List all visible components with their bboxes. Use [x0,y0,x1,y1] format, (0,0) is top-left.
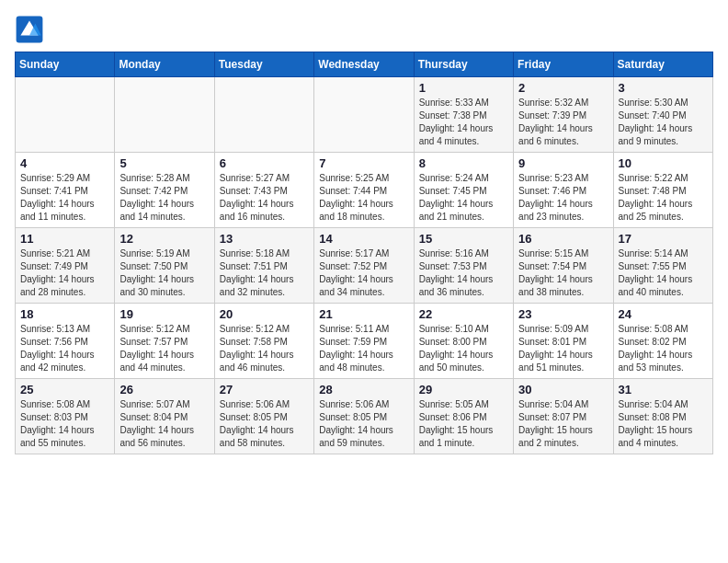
day-info: Sunrise: 5:24 AM Sunset: 7:45 PM Dayligh… [419,172,508,224]
day-number: 27 [220,383,309,396]
day-cell: 26Sunrise: 5:07 AM Sunset: 8:04 PM Dayli… [115,379,214,454]
day-number: 11 [20,232,109,246]
day-number: 7 [319,156,408,170]
day-cell: 4Sunrise: 5:29 AM Sunset: 7:41 PM Daylig… [16,153,115,228]
day-cell [16,77,115,153]
day-number: 19 [119,307,209,321]
day-info: Sunrise: 5:33 AM Sunset: 7:38 PM Dayligh… [419,97,508,148]
day-info: Sunrise: 5:32 AM Sunset: 7:39 PM Dayligh… [518,97,608,148]
day-info: Sunrise: 5:05 AM Sunset: 8:06 PM Dayligh… [419,398,508,450]
day-number: 1 [419,81,508,95]
day-cell [115,77,214,153]
week-row-3: 11Sunrise: 5:21 AM Sunset: 7:49 PM Dayli… [16,228,713,304]
day-number: 24 [619,307,708,321]
day-cell: 13Sunrise: 5:18 AM Sunset: 7:51 PM Dayli… [214,228,313,304]
day-number: 26 [119,383,209,396]
day-cell: 19Sunrise: 5:12 AM Sunset: 7:57 PM Dayli… [115,304,214,379]
day-number: 14 [319,232,408,246]
day-info: Sunrise: 5:12 AM Sunset: 7:58 PM Dayligh… [220,323,309,374]
day-info: Sunrise: 5:25 AM Sunset: 7:44 PM Dayligh… [319,172,408,224]
day-info: Sunrise: 5:21 AM Sunset: 7:49 PM Dayligh… [20,247,109,299]
week-row-1: 1Sunrise: 5:33 AM Sunset: 7:38 PM Daylig… [16,77,713,153]
col-header-friday: Friday [514,52,613,77]
day-info: Sunrise: 5:09 AM Sunset: 8:01 PM Dayligh… [518,323,608,374]
day-number: 17 [619,232,708,246]
day-info: Sunrise: 5:19 AM Sunset: 7:50 PM Dayligh… [119,247,209,299]
day-number: 28 [319,383,408,396]
day-cell: 7Sunrise: 5:25 AM Sunset: 7:44 PM Daylig… [314,153,414,228]
day-cell: 28Sunrise: 5:06 AM Sunset: 8:05 PM Dayli… [314,379,414,454]
day-cell: 8Sunrise: 5:24 AM Sunset: 7:45 PM Daylig… [414,153,513,228]
calendar-table: SundayMondayTuesdayWednesdayThursdayFrid… [15,52,713,454]
day-info: Sunrise: 5:08 AM Sunset: 8:02 PM Dayligh… [619,323,708,374]
day-cell: 31Sunrise: 5:04 AM Sunset: 8:08 PM Dayli… [613,379,712,454]
day-number: 31 [619,383,708,396]
col-header-sunday: Sunday [16,52,115,77]
week-row-2: 4Sunrise: 5:29 AM Sunset: 7:41 PM Daylig… [16,153,713,228]
day-cell: 10Sunrise: 5:22 AM Sunset: 7:48 PM Dayli… [613,153,712,228]
day-info: Sunrise: 5:10 AM Sunset: 8:00 PM Dayligh… [419,323,508,374]
col-header-tuesday: Tuesday [214,52,313,77]
day-cell: 29Sunrise: 5:05 AM Sunset: 8:06 PM Dayli… [414,379,513,454]
col-header-wednesday: Wednesday [314,52,414,77]
day-info: Sunrise: 5:27 AM Sunset: 7:43 PM Dayligh… [220,172,309,224]
day-cell: 15Sunrise: 5:16 AM Sunset: 7:53 PM Dayli… [414,228,513,304]
day-number: 18 [20,307,109,321]
day-info: Sunrise: 5:06 AM Sunset: 8:05 PM Dayligh… [220,398,309,450]
day-info: Sunrise: 5:29 AM Sunset: 7:41 PM Dayligh… [20,172,109,224]
day-number: 4 [20,156,109,170]
day-number: 29 [419,383,508,396]
day-number: 13 [220,232,309,246]
day-cell: 21Sunrise: 5:11 AM Sunset: 7:59 PM Dayli… [314,304,414,379]
day-info: Sunrise: 5:12 AM Sunset: 7:57 PM Dayligh… [119,323,209,374]
day-cell: 1Sunrise: 5:33 AM Sunset: 7:38 PM Daylig… [414,77,513,153]
day-cell: 22Sunrise: 5:10 AM Sunset: 8:00 PM Dayli… [414,304,513,379]
day-info: Sunrise: 5:08 AM Sunset: 8:03 PM Dayligh… [20,398,109,450]
day-cell: 2Sunrise: 5:32 AM Sunset: 7:39 PM Daylig… [514,77,613,153]
day-cell: 20Sunrise: 5:12 AM Sunset: 7:58 PM Dayli… [214,304,313,379]
day-number: 12 [119,232,209,246]
day-number: 8 [419,156,508,170]
day-cell: 16Sunrise: 5:15 AM Sunset: 7:54 PM Dayli… [514,228,613,304]
day-number: 21 [319,307,408,321]
day-info: Sunrise: 5:04 AM Sunset: 8:07 PM Dayligh… [518,398,608,450]
header-row: SundayMondayTuesdayWednesdayThursdayFrid… [16,52,713,77]
day-cell: 24Sunrise: 5:08 AM Sunset: 8:02 PM Dayli… [613,304,712,379]
day-cell: 17Sunrise: 5:14 AM Sunset: 7:55 PM Dayli… [613,228,712,304]
day-number: 25 [20,383,109,396]
day-cell [314,77,414,153]
day-number: 15 [419,232,508,246]
week-row-4: 18Sunrise: 5:13 AM Sunset: 7:56 PM Dayli… [16,304,713,379]
day-cell: 3Sunrise: 5:30 AM Sunset: 7:40 PM Daylig… [613,77,712,153]
day-info: Sunrise: 5:22 AM Sunset: 7:48 PM Dayligh… [619,172,708,224]
day-cell: 14Sunrise: 5:17 AM Sunset: 7:52 PM Dayli… [314,228,414,304]
day-cell: 27Sunrise: 5:06 AM Sunset: 8:05 PM Dayli… [214,379,313,454]
day-number: 2 [518,81,608,95]
day-info: Sunrise: 5:07 AM Sunset: 8:04 PM Dayligh… [119,398,209,450]
day-cell [214,77,313,153]
day-info: Sunrise: 5:18 AM Sunset: 7:51 PM Dayligh… [220,247,309,299]
day-number: 20 [220,307,309,321]
day-cell: 30Sunrise: 5:04 AM Sunset: 8:07 PM Dayli… [514,379,613,454]
day-info: Sunrise: 5:16 AM Sunset: 7:53 PM Dayligh… [419,247,508,299]
day-number: 22 [419,307,508,321]
page-header [15,15,713,44]
day-info: Sunrise: 5:23 AM Sunset: 7:46 PM Dayligh… [518,172,608,224]
day-cell: 18Sunrise: 5:13 AM Sunset: 7:56 PM Dayli… [16,304,115,379]
day-number: 16 [518,232,608,246]
col-header-saturday: Saturday [613,52,712,77]
day-cell: 23Sunrise: 5:09 AM Sunset: 8:01 PM Dayli… [514,304,613,379]
day-info: Sunrise: 5:17 AM Sunset: 7:52 PM Dayligh… [319,247,408,299]
day-number: 10 [619,156,708,170]
col-header-thursday: Thursday [414,52,513,77]
day-cell: 25Sunrise: 5:08 AM Sunset: 8:03 PM Dayli… [16,379,115,454]
day-info: Sunrise: 5:11 AM Sunset: 7:59 PM Dayligh… [319,323,408,374]
day-number: 5 [119,156,209,170]
day-number: 3 [619,81,708,95]
day-cell: 5Sunrise: 5:28 AM Sunset: 7:42 PM Daylig… [115,153,214,228]
day-info: Sunrise: 5:14 AM Sunset: 7:55 PM Dayligh… [619,247,708,299]
day-info: Sunrise: 5:30 AM Sunset: 7:40 PM Dayligh… [619,97,708,148]
day-info: Sunrise: 5:06 AM Sunset: 8:05 PM Dayligh… [319,398,408,450]
logo [15,15,48,44]
day-cell: 9Sunrise: 5:23 AM Sunset: 7:46 PM Daylig… [514,153,613,228]
